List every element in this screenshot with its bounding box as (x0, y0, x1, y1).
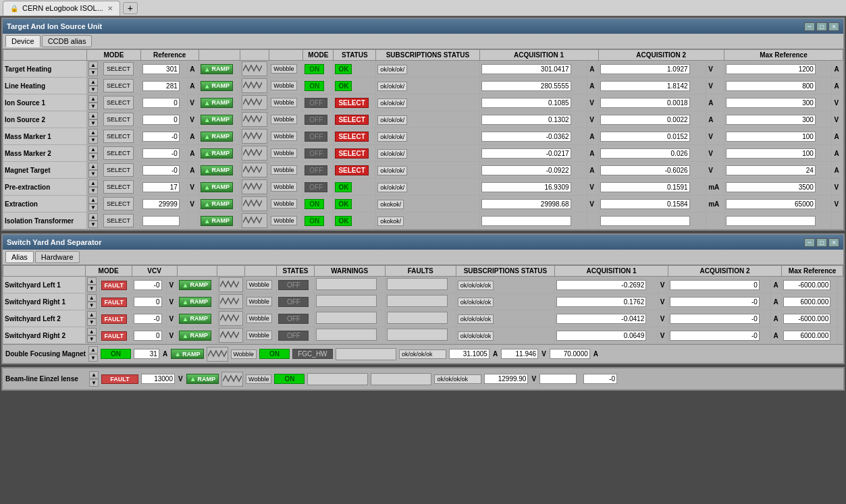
wobble-button[interactable]: Wobble (271, 182, 296, 192)
sw-vcv-input[interactable] (134, 331, 162, 341)
bottom-ramp-button[interactable]: ▲RAMP (186, 374, 219, 384)
sw-maxref-input[interactable] (783, 331, 830, 341)
ramp-button[interactable]: ▲RAMP (179, 314, 211, 324)
acq2-input[interactable] (600, 148, 690, 159)
ramp-button[interactable]: ▲RAMP (201, 216, 233, 226)
acq1-input[interactable] (481, 165, 571, 175)
sw-acq2-input[interactable] (670, 280, 760, 290)
ramp-button[interactable]: ▲RAMP (179, 280, 211, 290)
acq2-input[interactable] (600, 64, 690, 74)
maxref-input[interactable] (726, 182, 816, 192)
wobble-button[interactable]: Wobble (271, 216, 296, 225)
down-arrow[interactable]: ▼ (88, 86, 98, 93)
sw-vcv-input[interactable] (134, 314, 162, 324)
wobble-button[interactable]: Wobble (271, 132, 296, 141)
mode-select-button[interactable]: SELECT (103, 214, 134, 227)
sw-maximize-button[interactable]: □ (816, 238, 827, 247)
ramp-button[interactable]: ▲RAMP (201, 81, 233, 91)
maximize-button[interactable]: □ (816, 22, 827, 31)
mode-select-button[interactable]: SELECT (103, 197, 134, 211)
down-arrow[interactable]: ▼ (88, 187, 98, 194)
bottom-down-arrow[interactable]: ▼ (89, 379, 99, 387)
close-button[interactable]: × (828, 22, 839, 31)
sw-up-arrow[interactable]: ▲ (87, 294, 97, 302)
sw-acq1-input[interactable] (556, 314, 646, 324)
down-arrow[interactable]: ▼ (88, 221, 98, 228)
down-arrow[interactable]: ▼ (88, 153, 98, 161)
acq2-input[interactable] (600, 216, 690, 226)
dfm-acq1-input[interactable] (449, 349, 490, 359)
ramp-button[interactable]: ▲RAMP (179, 331, 211, 341)
wobble-button[interactable]: Wobble (271, 81, 296, 90)
maxref-input[interactable] (726, 132, 816, 142)
up-arrow[interactable]: ▲ (88, 95, 98, 103)
dfm-acq2-input[interactable] (501, 349, 538, 359)
tab-hardware[interactable]: Hardware (35, 251, 80, 263)
wobble-button[interactable]: Wobble (271, 165, 296, 175)
ramp-button[interactable]: ▲RAMP (201, 182, 233, 192)
maxref-input[interactable] (726, 115, 816, 125)
acq1-input[interactable] (481, 199, 571, 209)
ref-input[interactable] (142, 165, 180, 175)
up-arrow[interactable]: ▲ (88, 129, 98, 136)
acq1-input[interactable] (481, 115, 571, 125)
sw-wobble-button[interactable]: Wobble (246, 280, 272, 289)
mode-select-button[interactable]: SELECT (103, 96, 134, 109)
bottom-up-arrow[interactable]: ▲ (89, 371, 99, 379)
maxref-input[interactable] (726, 81, 816, 91)
up-arrow[interactable]: ▲ (88, 78, 98, 86)
acq2-input[interactable] (600, 98, 690, 108)
acq1-input[interactable] (481, 81, 571, 91)
ref-input[interactable] (142, 98, 180, 108)
sw-down-arrow[interactable]: ▼ (87, 302, 97, 309)
wobble-button[interactable]: Wobble (271, 199, 296, 208)
ref-input[interactable] (142, 64, 180, 74)
ref-input[interactable] (142, 216, 180, 226)
tab-ccdb[interactable]: CCDB alias (42, 35, 92, 47)
maxref-input[interactable] (726, 199, 816, 209)
sw-acq2-input[interactable] (670, 331, 760, 341)
bottom-maxref-input[interactable] (583, 374, 617, 384)
wobble-button[interactable]: Wobble (271, 115, 296, 124)
acq1-input[interactable] (481, 132, 571, 142)
down-arrow[interactable]: ▼ (88, 204, 98, 211)
up-arrow[interactable]: ▲ (88, 196, 98, 204)
ramp-button[interactable]: ▲RAMP (201, 165, 233, 175)
bottom-acq2-input[interactable] (539, 374, 577, 384)
sw-acq2-input[interactable] (670, 314, 760, 324)
acq2-input[interactable] (600, 81, 690, 91)
ramp-button[interactable]: ▲RAMP (201, 115, 233, 125)
mode-select-button[interactable]: SELECT (103, 79, 134, 92)
dfm-maxref-input[interactable] (550, 349, 590, 359)
sw-down-arrow[interactable]: ▼ (87, 335, 97, 343)
minimize-button[interactable]: − (804, 22, 815, 31)
sw-down-arrow[interactable]: ▼ (87, 318, 97, 326)
sw-minimize-button[interactable]: − (804, 238, 815, 247)
wobble-button[interactable]: Wobble (271, 64, 296, 74)
ref-input[interactable] (142, 115, 180, 125)
sw-acq1-input[interactable] (556, 297, 646, 307)
ref-input[interactable] (142, 132, 180, 142)
down-arrow[interactable]: ▼ (88, 103, 98, 110)
mode-select-button[interactable]: SELECT (103, 62, 134, 76)
bottom-acq1-input[interactable] (484, 374, 528, 384)
down-arrow[interactable]: ▼ (88, 170, 98, 177)
wobble-button[interactable]: Wobble (271, 148, 296, 158)
acq2-input[interactable] (600, 115, 690, 125)
acq2-input[interactable] (600, 132, 690, 142)
sw-down-arrow[interactable]: ▼ (87, 285, 97, 292)
sw-up-arrow[interactable]: ▲ (87, 311, 97, 318)
mode-select-button[interactable]: SELECT (103, 163, 134, 177)
dfm-down-arrow[interactable]: ▼ (88, 354, 98, 362)
mode-select-button[interactable]: SELECT (103, 146, 134, 160)
down-arrow[interactable]: ▼ (88, 69, 98, 76)
ramp-button[interactable]: ▲RAMP (201, 132, 233, 142)
up-arrow[interactable]: ▲ (88, 213, 98, 221)
sw-up-arrow[interactable]: ▲ (87, 328, 97, 335)
dfm-wobble-button[interactable]: Wobble (231, 349, 257, 359)
ref-input[interactable] (142, 148, 180, 159)
sw-vcv-input[interactable] (134, 280, 162, 290)
sw-acq1-input[interactable] (556, 280, 646, 290)
sw-maxref-input[interactable] (783, 297, 830, 307)
bottom-ref-input[interactable] (141, 374, 175, 384)
